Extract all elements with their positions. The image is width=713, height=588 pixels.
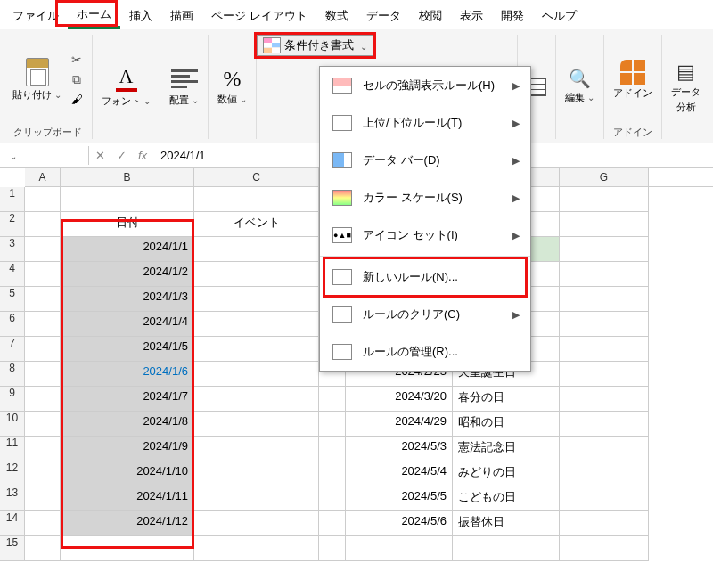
cell-date[interactable]: 日付 bbox=[61, 212, 194, 237]
cell-event[interactable] bbox=[194, 362, 319, 387]
cell-date[interactable]: 2024/1/1 bbox=[61, 237, 194, 262]
cell[interactable] bbox=[560, 412, 649, 437]
cell-date[interactable]: 2024/1/3 bbox=[61, 287, 194, 312]
cell-event[interactable] bbox=[194, 387, 319, 412]
insert-function-button[interactable]: fx bbox=[132, 149, 153, 162]
cell-date[interactable]: 2024/1/12 bbox=[61, 511, 194, 536]
cell[interactable] bbox=[319, 536, 346, 561]
cell-event[interactable] bbox=[194, 536, 319, 561]
row-header[interactable]: 9 bbox=[0, 387, 25, 412]
column-header[interactable]: C bbox=[194, 168, 319, 186]
menu-tab-4[interactable]: ページ レイアウト bbox=[202, 4, 316, 28]
menu-tab-6[interactable]: データ bbox=[357, 4, 410, 28]
column-header[interactable]: A bbox=[25, 168, 61, 186]
row-header[interactable]: 1 bbox=[0, 187, 25, 212]
cell[interactable] bbox=[25, 287, 61, 312]
cell-holiday-date[interactable]: 2024/3/20 bbox=[346, 387, 453, 412]
cell-date[interactable]: 2024/1/5 bbox=[61, 337, 194, 362]
cell[interactable] bbox=[560, 511, 649, 536]
menu-tab-9[interactable]: 開発 bbox=[492, 4, 533, 28]
cell[interactable] bbox=[319, 461, 346, 486]
cell[interactable] bbox=[319, 437, 346, 461]
copy-button[interactable] bbox=[69, 71, 85, 87]
menu-top-bottom-rules[interactable]: 上位/下位ルール(T) ▶ bbox=[320, 104, 530, 142]
cut-button[interactable] bbox=[69, 52, 85, 68]
column-header[interactable]: B bbox=[61, 168, 194, 186]
cell[interactable] bbox=[319, 511, 346, 536]
cell-holiday-name[interactable]: 憲法記念日 bbox=[453, 437, 560, 461]
row-header[interactable]: 8 bbox=[0, 362, 25, 387]
cell-date[interactable]: 2024/1/2 bbox=[61, 262, 194, 287]
format-painter-button[interactable] bbox=[69, 91, 85, 107]
cell[interactable] bbox=[319, 486, 346, 511]
paste-button[interactable]: 貼り付け bbox=[11, 56, 63, 103]
cell-event[interactable] bbox=[194, 287, 319, 312]
cell[interactable] bbox=[25, 412, 61, 437]
menu-new-rule[interactable]: 新しいルール(N)... bbox=[320, 258, 530, 296]
cell-holiday-date[interactable]: 2024/5/5 bbox=[346, 486, 453, 511]
row-header[interactable]: 15 bbox=[0, 536, 25, 561]
cell-holiday-name[interactable]: みどりの日 bbox=[453, 461, 560, 486]
cell[interactable] bbox=[560, 461, 649, 486]
data-analysis-button[interactable]: データ 分析 bbox=[669, 59, 702, 116]
menu-icon-sets[interactable]: ●▲■ アイコン セット(I) ▶ bbox=[320, 216, 530, 254]
cell-holiday-date[interactable] bbox=[346, 536, 453, 561]
cell[interactable] bbox=[560, 437, 649, 461]
cell[interactable] bbox=[25, 362, 61, 387]
row-header[interactable]: 10 bbox=[0, 412, 25, 437]
menu-tab-0[interactable]: ファイル bbox=[4, 4, 68, 28]
cell[interactable] bbox=[560, 362, 649, 387]
row-header[interactable]: 4 bbox=[0, 262, 25, 287]
accept-formula-button[interactable]: ✓ bbox=[111, 149, 132, 162]
cell[interactable] bbox=[560, 237, 649, 262]
cell-event[interactable] bbox=[194, 461, 319, 486]
cell-event[interactable] bbox=[194, 437, 319, 461]
row-header[interactable]: 12 bbox=[0, 461, 25, 486]
row-header[interactable]: 5 bbox=[0, 287, 25, 312]
menu-data-bars[interactable]: データ バー(D) ▶ bbox=[320, 142, 530, 179]
cell-holiday-date[interactable]: 2024/5/3 bbox=[346, 437, 453, 461]
cell-event[interactable] bbox=[194, 412, 319, 437]
cell[interactable] bbox=[25, 212, 61, 237]
row-header[interactable]: 6 bbox=[0, 312, 25, 337]
cell-date[interactable]: 2024/1/11 bbox=[61, 486, 194, 511]
menu-highlight-cells-rules[interactable]: セルの強調表示ルール(H) ▶ bbox=[320, 67, 530, 104]
menu-tab-7[interactable]: 校閲 bbox=[410, 4, 451, 28]
cell-holiday-date[interactable]: 2024/5/4 bbox=[346, 461, 453, 486]
cell-event[interactable] bbox=[194, 187, 319, 212]
menu-tab-3[interactable]: 描画 bbox=[161, 4, 202, 28]
cell-date[interactable]: 2024/1/10 bbox=[61, 461, 194, 486]
cell[interactable] bbox=[560, 262, 649, 287]
column-header[interactable]: G bbox=[560, 168, 649, 186]
cell[interactable] bbox=[25, 486, 61, 511]
font-button[interactable]: A フォント bbox=[100, 62, 152, 110]
cell[interactable] bbox=[25, 187, 61, 212]
menu-tab-5[interactable]: 数式 bbox=[316, 4, 357, 28]
cell[interactable] bbox=[25, 312, 61, 337]
row-header[interactable]: 14 bbox=[0, 511, 25, 536]
cell[interactable] bbox=[560, 287, 649, 312]
cell[interactable] bbox=[25, 237, 61, 262]
edit-button[interactable]: 🔍 編集 bbox=[563, 66, 596, 106]
cell-holiday-date[interactable]: 2024/5/6 bbox=[346, 511, 453, 536]
cell[interactable] bbox=[560, 312, 649, 337]
cell[interactable] bbox=[560, 486, 649, 511]
menu-color-scales[interactable]: カラー スケール(S) ▶ bbox=[320, 179, 530, 216]
row-header[interactable]: 2 bbox=[0, 212, 25, 237]
menu-tab-1[interactable]: ホーム bbox=[68, 3, 120, 29]
cell-holiday-name[interactable]: 昭和の日 bbox=[453, 412, 560, 437]
cell-date[interactable]: 2024/1/9 bbox=[61, 437, 194, 461]
cell-event[interactable] bbox=[194, 312, 319, 337]
cell-date[interactable]: 2024/1/6 bbox=[61, 362, 194, 387]
cell-holiday-name[interactable]: こどもの日 bbox=[453, 486, 560, 511]
cell[interactable] bbox=[560, 387, 649, 412]
cell-event[interactable]: イベント bbox=[194, 212, 319, 237]
cell-event[interactable] bbox=[194, 511, 319, 536]
menu-tab-2[interactable]: 挿入 bbox=[120, 4, 161, 28]
conditional-formatting-button[interactable]: 条件付き書式 bbox=[257, 35, 373, 56]
cell-holiday-name[interactable]: 春分の日 bbox=[453, 387, 560, 412]
menu-manage-rules[interactable]: ルールの管理(R)... bbox=[320, 333, 530, 371]
cell-date[interactable] bbox=[61, 536, 194, 561]
cell[interactable] bbox=[560, 212, 649, 237]
cell-event[interactable] bbox=[194, 262, 319, 287]
